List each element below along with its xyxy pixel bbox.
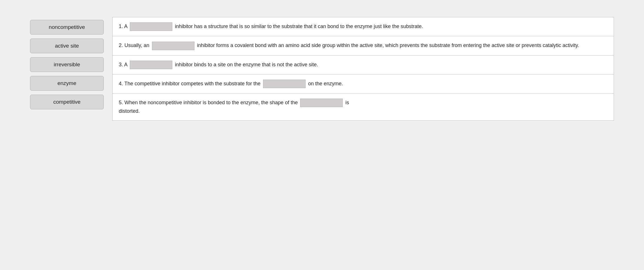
sentence-4-prefix: The competitive inhibitor competes with … <box>124 81 262 86</box>
sentence-2-number: 2. <box>119 42 123 48</box>
drop-box-5[interactable] <box>300 99 343 107</box>
sentence-1-number: 1. <box>119 24 123 29</box>
sentence-4-number: 4. <box>119 81 123 86</box>
drop-box-3[interactable] <box>130 61 172 69</box>
drag-item-competitive[interactable]: competitive <box>30 95 104 109</box>
drag-item-irreversible[interactable]: irreversible <box>30 57 104 72</box>
sentence-2-suffix: inhibitor forms a covalent bond with an … <box>197 42 579 48</box>
sentence-2: 2. Usually, an inhibitor forms a covalen… <box>113 36 614 55</box>
sentence-1-a: A <box>124 24 127 29</box>
sentence-4: 4. The competitive inhibitor competes wi… <box>113 75 614 93</box>
drag-item-active-site[interactable]: active site <box>30 39 104 53</box>
left-panel: noncompetitive active site irreversible … <box>30 17 104 121</box>
drag-item-noncompetitive[interactable]: noncompetitive <box>30 20 104 35</box>
right-panel: 1. A inhibitor has a structure that is s… <box>112 17 614 121</box>
sentence-2-prefix: Usually, an <box>124 42 151 48</box>
sentence-1: 1. A inhibitor has a structure that is s… <box>113 17 614 36</box>
drop-box-4[interactable] <box>263 80 306 88</box>
main-container: noncompetitive active site irreversible … <box>24 11 620 126</box>
sentence-3-a: A <box>124 62 129 67</box>
drag-item-enzyme[interactable]: enzyme <box>30 76 104 91</box>
sentence-5-is: is <box>345 100 349 105</box>
sentence-3-number: 3. <box>119 62 123 67</box>
sentence-5-distorted: distorted. <box>119 108 140 114</box>
drop-box-1[interactable] <box>130 22 172 31</box>
sentence-5-number: 5. <box>119 100 123 105</box>
sentence-3-suffix: inhibitor binds to a site on the enzyme … <box>175 62 318 67</box>
sentence-5-prefix: When the noncompetitive inhibitor is bon… <box>124 100 299 105</box>
sentence-3: 3. A inhibitor binds to a site on the en… <box>113 56 614 75</box>
sentence-4-suffix: on the enzyme. <box>308 81 343 86</box>
sentence-1-suffix: inhibitor has a structure that is so sim… <box>175 24 423 29</box>
sentence-5: 5. When the noncompetitive inhibitor is … <box>113 93 614 120</box>
drop-box-2[interactable] <box>152 42 194 50</box>
